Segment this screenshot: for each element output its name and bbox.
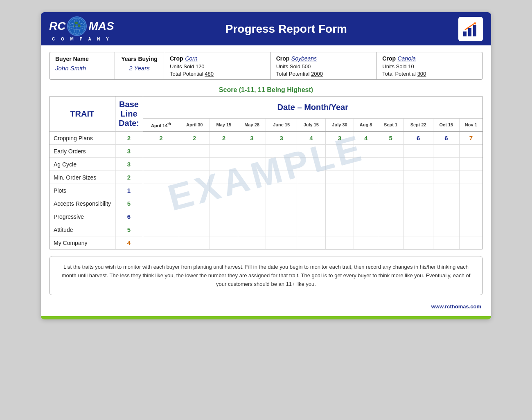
trait-table: TRAIT Base Line Date: Date – Month/Year … [50, 97, 482, 249]
value-cell-5-3 [238, 197, 266, 210]
crop3-label: Crop [382, 55, 396, 62]
header-chart-icon [458, 17, 483, 41]
value-cell-4-3 [238, 184, 266, 197]
value-cell-0-10: 6 [433, 132, 460, 145]
value-cell-6-3 [238, 210, 266, 223]
value-cell-8-4 [266, 236, 297, 249]
crop1-total-line: Total Potential 480 [170, 71, 264, 77]
value-cell-1-11 [459, 145, 482, 158]
value-cell-5-8 [378, 197, 404, 210]
value-cell-8-7 [354, 236, 378, 249]
col-header-may15: May 15 [210, 118, 238, 131]
baseline-cell-2: 3 [115, 158, 143, 171]
years-buying-value: 2 Years [121, 62, 158, 72]
svg-rect-5 [463, 31, 467, 36]
logo-rc: RC [49, 20, 65, 32]
table-row: Early Orders3 [50, 145, 482, 158]
table-row: Progressive6 [50, 210, 482, 223]
table-container: EXAMPLE TRAIT Base Line Date: Date – Mon… [50, 97, 482, 249]
header: RC MAS C O M P A [41, 12, 491, 45]
value-cell-0-4: 3 [266, 132, 297, 145]
value-cell-1-4 [266, 145, 297, 158]
col-header-sep22: Sept 22 [404, 118, 433, 131]
value-cell-2-3 [238, 158, 266, 171]
value-cell-6-10 [433, 210, 460, 223]
value-cell-3-4 [266, 171, 297, 184]
value-cell-7-8 [378, 223, 404, 236]
crop3-units-line: Units Sold 10 [382, 63, 477, 70]
baseline-column-header: Base Line Date: [115, 97, 143, 132]
value-cell-5-6 [325, 197, 354, 210]
value-cell-4-2 [210, 184, 238, 197]
value-cell-4-10 [433, 184, 460, 197]
baseline-cell-4: 1 [115, 184, 143, 197]
years-buying-label: Years Buying [121, 56, 158, 62]
logo-globe [67, 16, 87, 36]
col-header-jul30: July 30 [325, 118, 354, 131]
value-cell-7-10 [433, 223, 460, 236]
crop2-name: Soybeans [291, 55, 317, 62]
baseline-cell-1: 3 [115, 145, 143, 158]
col-header-apr30: April 30 [179, 118, 210, 131]
value-cell-1-0 [143, 145, 179, 158]
value-cell-8-8 [378, 236, 404, 249]
crop2-units-line: Units Sold 500 [276, 63, 371, 70]
table-row: Attitude5 [50, 223, 482, 236]
value-cell-6-5 [297, 210, 326, 223]
value-cell-8-10 [433, 236, 460, 249]
buyer-name-value: John Smith [55, 62, 109, 72]
page: RC MAS C O M P A [41, 12, 491, 319]
value-cell-5-4 [266, 197, 297, 210]
table-row: My Company4 [50, 236, 482, 249]
trait-column-header: TRAIT [50, 97, 115, 132]
footer-url[interactable]: www.rcthomas.com [41, 302, 491, 312]
value-cell-5-11 [459, 197, 482, 210]
value-cell-3-2 [210, 171, 238, 184]
value-cell-4-0 [143, 184, 179, 197]
value-cell-6-0 [143, 210, 179, 223]
value-cell-0-7: 4 [354, 132, 378, 145]
value-cell-2-2 [210, 158, 238, 171]
value-cell-5-7 [354, 197, 378, 210]
value-cell-6-9 [404, 210, 433, 223]
value-cell-6-1 [179, 210, 210, 223]
value-cell-1-5 [297, 145, 326, 158]
col-header-oct15: Oct 15 [433, 118, 460, 131]
value-cell-6-4 [266, 210, 297, 223]
value-cell-7-3 [238, 223, 266, 236]
value-cell-4-4 [266, 184, 297, 197]
buyer-name-label: Buyer Name [55, 56, 109, 62]
logo-area: RC MAS C O M P A [49, 16, 114, 41]
value-cell-5-10 [433, 197, 460, 210]
value-cell-3-6 [325, 171, 354, 184]
value-cell-4-8 [378, 184, 404, 197]
value-cell-0-6: 3 [325, 132, 354, 145]
crop1-label: Crop [170, 55, 183, 62]
trait-cell-7: Attitude [50, 223, 115, 236]
value-cell-8-6 [325, 236, 354, 249]
baseline-cell-5: 5 [115, 197, 143, 210]
description-box: List the traits you wish to monitor with… [49, 256, 483, 295]
value-cell-3-0 [143, 171, 179, 184]
svg-rect-6 [468, 28, 471, 36]
value-cell-7-9 [404, 223, 433, 236]
col-header-apr14: April 14th [143, 118, 179, 131]
value-cell-0-8: 5 [378, 132, 404, 145]
value-cell-7-0 [143, 223, 179, 236]
value-cell-5-2 [210, 197, 238, 210]
value-cell-3-8 [378, 171, 404, 184]
value-cell-0-5: 4 [297, 132, 326, 145]
value-cell-3-1 [179, 171, 210, 184]
baseline-cell-6: 6 [115, 210, 143, 223]
value-cell-7-11 [459, 223, 482, 236]
value-cell-5-0 [143, 197, 179, 210]
value-cell-5-9 [404, 197, 433, 210]
crop3-total-line: Total Potential 300 [382, 71, 477, 77]
crop-col-1: Crop Corn Units Sold 120 Total Potential… [164, 52, 271, 79]
value-cell-0-3: 3 [238, 132, 266, 145]
value-cell-1-8 [378, 145, 404, 158]
value-cell-3-11 [459, 171, 482, 184]
value-cell-7-4 [266, 223, 297, 236]
page-title: Progress Report Form [122, 22, 450, 36]
value-cell-2-9 [404, 158, 433, 171]
